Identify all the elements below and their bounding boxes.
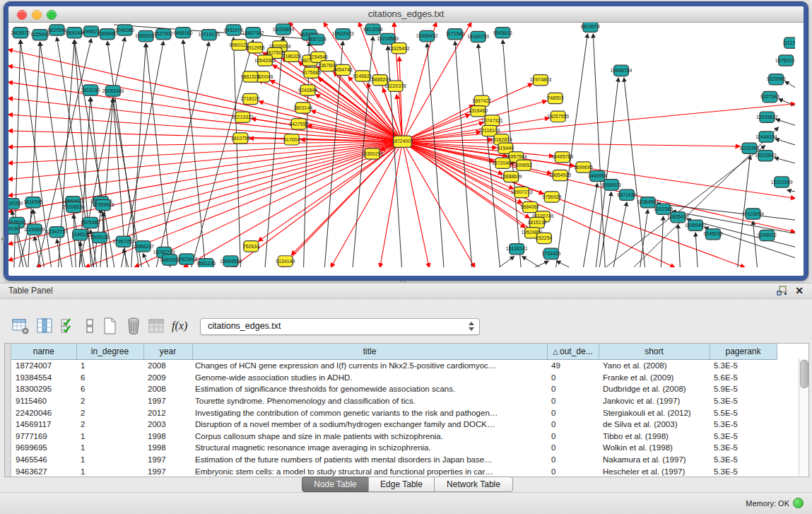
tab-network-table[interactable]: Network Table [434, 477, 513, 492]
table-row[interactable]: 1830029562008Estimation of significance … [11, 383, 777, 395]
paper-node[interactable]: 9045612 [493, 28, 512, 38]
paper-node[interactable]: 9861523 [241, 71, 260, 82]
cell-out_degree[interactable]: 0 [547, 383, 599, 395]
cell-out_degree[interactable]: 0 [547, 372, 599, 384]
paper-nodes[interactable]: 2405572915549388375942069140610995278830… [8, 23, 795, 267]
paper-node[interactable]: 15751074 [775, 55, 795, 66]
cell-year[interactable]: 1997 [143, 395, 192, 407]
cell-year[interactable]: 1998 [143, 431, 192, 443]
cell-year[interactable]: 1997 [143, 465, 192, 477]
cell-pagerank[interactable]: 5.3E-5 [710, 360, 777, 372]
cell-pagerank[interactable]: 5.9E-5 [710, 383, 777, 395]
paper-node[interactable]: 15136141 [506, 244, 528, 255]
cell-short[interactable]: Stergiakouli et al. (2012) [599, 407, 710, 419]
paper-node[interactable]: 12210169 [771, 177, 793, 187]
cell-short[interactable]: Franke et al. (2009) [599, 372, 710, 384]
cell-title[interactable]: Investigating the contribution of common… [192, 407, 547, 419]
hub-paper-node[interactable]: 18724007 [392, 136, 413, 147]
cell-title[interactable]: Structural magnetic resonance image aver… [192, 442, 547, 454]
column-header-short[interactable]: short [599, 344, 710, 360]
table-vertical-scrollbar[interactable] [799, 358, 808, 476]
table-row[interactable]: 1938455462009Genome-wide association stu… [11, 372, 777, 384]
paper-node[interactable]: 9329966 [767, 74, 786, 85]
table-settings-icon[interactable] [11, 317, 30, 335]
paper-node[interactable]: 12093832 [756, 112, 778, 122]
cell-out_degree[interactable]: 0 [547, 465, 599, 477]
cell-out_degree[interactable]: 0 [547, 395, 599, 407]
paper-node[interactable]: 8813074 [581, 23, 600, 32]
scrollbar-thumb[interactable] [800, 360, 808, 388]
cell-name[interactable]: 9699695 [11, 442, 76, 454]
cell-short[interactable]: de Silva et al. (2003) [599, 419, 710, 431]
paper-node[interactable]: 16648784 [611, 65, 632, 76]
column-header-year[interactable]: year [143, 344, 192, 360]
cell-pagerank[interactable]: 5.3E-5 [710, 395, 777, 407]
paper-node[interactable]: 114519 [72, 229, 88, 240]
cell-pagerank[interactable]: 5.5E-5 [710, 407, 777, 419]
paper-node[interactable]: 12213323 [232, 112, 254, 122]
cell-title[interactable]: Corpus callosum shape and size in male p… [192, 431, 547, 443]
paper-node[interactable]: 8912955 [246, 42, 265, 53]
paper-node[interactable]: 752634 [243, 241, 259, 252]
show-column-icon[interactable] [35, 317, 54, 335]
paper-node[interactable]: 10532923 [332, 29, 354, 40]
close-panel-icon[interactable]: ✕ [795, 285, 804, 296]
paper-node[interactable]: 18257555 [547, 111, 569, 122]
table-row[interactable]: 969969511998Structural magnetic resonanc… [11, 442, 777, 454]
paper-node[interactable]: 8813054 [363, 24, 382, 35]
rows-icon[interactable] [81, 317, 99, 335]
cell-title[interactable]: Changes of HCN gene expression and I(f) … [192, 360, 547, 372]
table-select-combo[interactable]: citations_edges.txt [200, 318, 480, 335]
paper-node[interactable]: 9699695 [574, 162, 593, 173]
paper-node[interactable]: 16958107 [132, 241, 154, 252]
paper-node[interactable]: 9975487 [81, 217, 100, 228]
paper-node[interactable]: 748503 [547, 93, 563, 103]
paper-node[interactable]: 9245033 [703, 229, 722, 240]
paper-node[interactable]: 2803144 [293, 103, 312, 113]
column-header-in_degree[interactable]: in_degree [76, 344, 143, 360]
paper-node[interactable]: 17103054 [742, 209, 764, 219]
cell-out_degree[interactable]: 0 [547, 442, 599, 454]
table-row[interactable]: 1872400712008Changes of HCN gene express… [11, 360, 777, 372]
collapse-left-panel-icon[interactable] [1, 236, 4, 242]
paper-node[interactable]: 16807362 [242, 28, 264, 38]
paper-node[interactable]: 8454743 [334, 64, 353, 75]
cell-in_degree[interactable]: 1 [76, 465, 143, 477]
cell-year[interactable]: 2008 [143, 360, 192, 372]
cell-out_degree[interactable]: 0 [547, 407, 599, 419]
paper-node[interactable]: 1316460 [469, 106, 488, 117]
paper-node[interactable]: 809652 [516, 160, 532, 170]
paper-node[interactable]: 9756928 [542, 192, 561, 202]
paper-node[interactable]: 18220378 [384, 81, 406, 91]
float-panel-icon[interactable] [777, 286, 788, 296]
paper-node[interactable]: 16210643 [755, 151, 777, 161]
paper-node[interactable]: 9175685 [302, 67, 321, 78]
tab-node-table[interactable]: Node Table [302, 477, 369, 492]
paper-node[interactable]: 13325402 [388, 43, 410, 54]
paper-node[interactable]: 16164790 [467, 31, 489, 42]
paper-node[interactable]: 12342757 [46, 227, 68, 238]
cell-name[interactable]: 22420046 [11, 407, 76, 419]
paper-node[interactable]: 1810755 [231, 133, 250, 144]
paper-node[interactable]: 11156869 [24, 224, 45, 235]
paper-node[interactable]: 9202389 [654, 204, 673, 214]
new-table-icon[interactable] [100, 317, 119, 335]
table-row[interactable]: 946362711997Embryonic stem cells: a mode… [11, 465, 777, 477]
paper-node[interactable]: 26160350 [8, 199, 23, 209]
cell-pagerank[interactable]: 5.3E-5 [710, 419, 777, 431]
cell-short[interactable]: Yano et al. (2008) [599, 360, 710, 372]
paper-node[interactable]: 7857224 [307, 34, 326, 45]
cell-name[interactable]: 18300295 [11, 383, 76, 395]
cell-name[interactable]: 9463627 [11, 465, 76, 477]
cell-title[interactable]: Tourette syndrome. Phenomenology and cla… [192, 395, 547, 407]
cell-title[interactable]: Estimation of the future numbers of pati… [192, 454, 547, 466]
paper-node[interactable]: 8186328 [282, 51, 301, 62]
paper-node[interactable]: 16033809 [272, 24, 294, 35]
cell-short[interactable]: Nakamura et al. (1997) [599, 454, 710, 466]
paper-node[interactable]: 10747321 [481, 115, 503, 126]
cell-short[interactable]: Jankovic et al. (1997) [599, 395, 710, 407]
paper-node[interactable]: 2613190 [81, 85, 100, 95]
cell-year[interactable]: 2003 [143, 419, 192, 431]
cell-year[interactable]: 2008 [143, 383, 192, 395]
paper-node[interactable]: 1816595 [23, 197, 42, 208]
